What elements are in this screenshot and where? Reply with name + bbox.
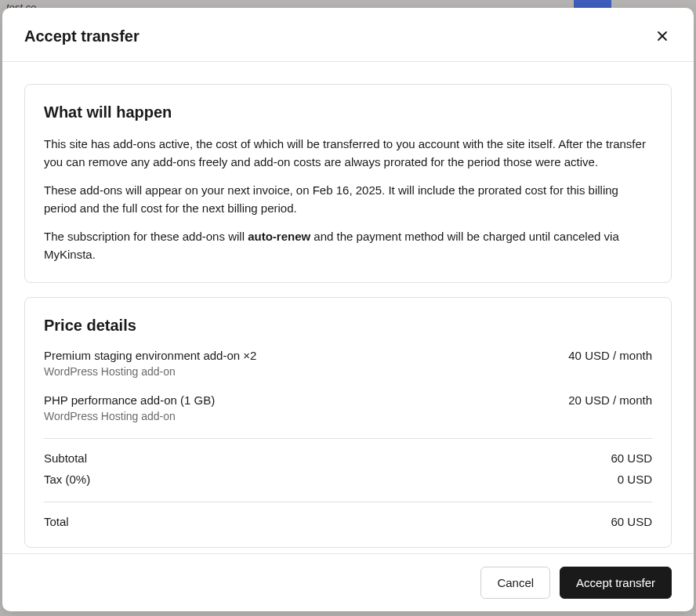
info-paragraph-2: These add-ons will appear on your next i… xyxy=(44,182,652,217)
item-price: 40 USD / month xyxy=(568,349,652,362)
subtotal-label: Subtotal xyxy=(44,451,87,465)
modal-footer: Cancel Accept transfer xyxy=(2,553,694,611)
item-name: PHP performance add-on (1 GB) xyxy=(44,393,215,407)
tax-value: 0 USD xyxy=(618,473,652,486)
total-row: Total 60 USD xyxy=(44,515,652,528)
close-icon xyxy=(656,30,669,42)
item-price: 20 USD / month xyxy=(568,393,652,407)
info-paragraph-1: This site has add-ons active, the cost o… xyxy=(44,136,652,171)
modal-header: Accept transfer xyxy=(2,8,694,62)
close-button[interactable] xyxy=(653,27,672,45)
info-title: What will happen xyxy=(44,103,652,121)
tax-label: Tax (0%) xyxy=(44,473,90,486)
price-item: PHP performance add-on (1 GB) 20 USD / m… xyxy=(44,393,652,422)
background-accent xyxy=(574,0,611,8)
modal-body: What will happen This site has add-ons a… xyxy=(2,62,694,553)
price-item: Premium staging environment add-on ×2 40… xyxy=(44,349,652,378)
divider xyxy=(44,438,652,439)
divider xyxy=(44,502,652,502)
item-subtext: WordPress Hosting add-on xyxy=(44,410,652,422)
info-card: What will happen This site has add-ons a… xyxy=(24,84,672,283)
total-label: Total xyxy=(44,515,69,528)
accept-transfer-button[interactable]: Accept transfer xyxy=(560,567,672,599)
accept-transfer-modal: Accept transfer What will happen This si… xyxy=(2,8,694,611)
modal-title: Accept transfer xyxy=(24,27,140,45)
subtotal-value: 60 USD xyxy=(611,451,652,465)
cancel-button[interactable]: Cancel xyxy=(480,567,550,599)
total-value: 60 USD xyxy=(611,515,652,528)
subtotal-row: Subtotal 60 USD xyxy=(44,451,652,465)
item-subtext: WordPress Hosting add-on xyxy=(44,365,652,378)
info-paragraph-3: The subscription for these add-ons will … xyxy=(44,228,652,263)
price-title: Price details xyxy=(44,317,652,335)
tax-row: Tax (0%) 0 USD xyxy=(44,473,652,486)
price-details-card: Price details Premium staging environmen… xyxy=(24,297,672,548)
item-name: Premium staging environment add-on ×2 xyxy=(44,349,256,362)
